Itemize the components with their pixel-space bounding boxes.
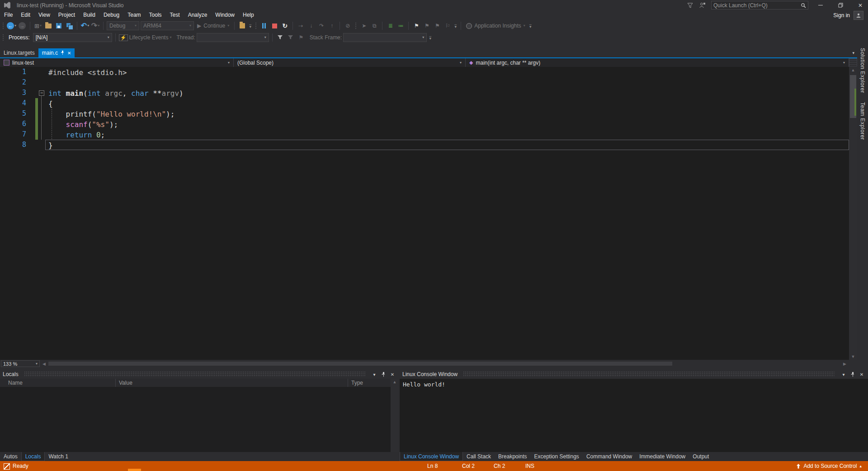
menu-window[interactable]: Window: [211, 10, 239, 20]
panel-tab-output[interactable]: Output: [689, 452, 712, 461]
code-line-6[interactable]: 6 scanf("%s");: [0, 119, 849, 129]
minimize-button[interactable]: [813, 0, 828, 10]
menu-file[interactable]: File: [0, 10, 17, 20]
locals-grid-body[interactable]: [0, 387, 391, 452]
collapse-region-icon[interactable]: −: [39, 90, 44, 96]
sign-in-link[interactable]: Sign in: [833, 12, 850, 19]
scroll-left-icon[interactable]: ◀: [40, 362, 48, 366]
window-position-icon[interactable]: ▾: [840, 371, 847, 378]
side-tab-solution-explorer[interactable]: Solution Explorer: [859, 43, 866, 98]
attach-to-process-button[interactable]: [238, 21, 247, 31]
stack-frame-combo[interactable]: ▾: [343, 33, 427, 42]
pin-icon[interactable]: [61, 51, 65, 55]
panel-tab-autos[interactable]: Autos: [0, 452, 21, 461]
navbar-member-dropdown[interactable]: ◆ main(int argc, char ** argv) ▾: [466, 58, 849, 67]
thread-combo[interactable]: ▾: [197, 33, 269, 42]
restart-button[interactable]: ↻: [280, 21, 289, 31]
menu-debug[interactable]: Debug: [99, 10, 123, 20]
panel-tab-locals[interactable]: Locals: [21, 452, 45, 461]
toolbar-overflow-button[interactable]: –▾: [453, 24, 458, 28]
continue-button[interactable]: ▶ Continue ▾: [195, 21, 231, 31]
column-header-type[interactable]: Type: [351, 379, 363, 387]
step-over-button[interactable]: ↷: [317, 21, 326, 31]
side-tab-team-explorer[interactable]: Team Explorer: [859, 98, 866, 145]
panel-tab-linux-console-window[interactable]: Linux Console Window: [400, 452, 463, 461]
scrollbar-thumb[interactable]: [48, 362, 672, 366]
solution-platform-combo[interactable]: ARM64▾: [141, 21, 194, 30]
step-into-button[interactable]: ↓: [307, 21, 316, 31]
restore-button[interactable]: [833, 0, 848, 10]
clear-bookmarks-button[interactable]: ⚐: [443, 21, 452, 31]
menu-team[interactable]: Team: [123, 10, 145, 20]
panel-tab-command-window[interactable]: Command Window: [583, 452, 636, 461]
menu-analyze[interactable]: Analyze: [184, 10, 212, 20]
column-header-name[interactable]: Name: [8, 379, 23, 387]
feedback-icon[interactable]: [698, 2, 707, 9]
fold-column[interactable]: [38, 119, 45, 129]
console-title-bar[interactable]: Linux Console Window ▾ ✕: [400, 370, 868, 379]
close-button[interactable]: ✕: [853, 0, 868, 10]
close-icon[interactable]: ✕: [858, 371, 865, 378]
quick-launch-input[interactable]: Quick Launch (Ctrl+Q): [711, 1, 808, 9]
toolbar-grip[interactable]: [255, 22, 257, 29]
navigate-back-button[interactable]: ←▾: [7, 21, 16, 31]
panel-tab-immediate-window[interactable]: Immediate Window: [636, 452, 689, 461]
editor-horizontal-scrollbar[interactable]: 133 % ▾ ◀ ▶: [0, 360, 849, 367]
panel-tab-exception-settings[interactable]: Exception Settings: [530, 452, 582, 461]
open-file-button[interactable]: [44, 21, 53, 31]
locals-vertical-scrollbar[interactable]: ▲: [391, 379, 399, 452]
scroll-down-icon[interactable]: ▼: [849, 353, 857, 360]
pin-icon[interactable]: [849, 371, 856, 378]
menu-tools[interactable]: Tools: [145, 10, 166, 20]
toolbar-overflow-button[interactable]: –▾: [248, 24, 252, 28]
next-bookmark-button[interactable]: ⚑: [433, 21, 442, 31]
process-combo[interactable]: [N/A]▾: [33, 33, 112, 42]
code-line-4[interactable]: 4{: [0, 98, 849, 108]
code-line-2[interactable]: 2: [0, 77, 849, 88]
scroll-up-icon[interactable]: ▲: [849, 67, 857, 73]
menu-project[interactable]: Project: [54, 10, 79, 20]
column-header-value[interactable]: Value: [119, 379, 132, 387]
code-editor[interactable]: 1#include <stdio.h>23−int main(int argc,…: [0, 67, 849, 360]
toolbar-grip[interactable]: [2, 34, 4, 41]
new-project-button[interactable]: ⊞▾: [33, 21, 42, 31]
fold-column[interactable]: [38, 129, 45, 140]
column-separator[interactable]: [348, 379, 348, 387]
menu-test[interactable]: Test: [166, 10, 184, 20]
select-pointer-button[interactable]: ➤: [359, 21, 368, 31]
panel-tab-call-stack[interactable]: Call Stack: [463, 452, 495, 461]
window-position-icon[interactable]: ▾: [371, 371, 378, 378]
pause-button[interactable]: [259, 21, 269, 31]
code-line-7[interactable]: 7 return 0;: [0, 129, 849, 140]
console-output[interactable]: Hello world!: [400, 379, 868, 452]
doc-tab-main-c[interactable]: main.c✕: [38, 48, 75, 57]
panel-tab-breakpoints[interactable]: Breakpoints: [495, 452, 530, 461]
flag-threads-icon[interactable]: ⚑: [297, 33, 306, 42]
filter-threads-icon[interactable]: [276, 33, 285, 42]
fold-column[interactable]: −: [38, 88, 45, 98]
lifecycle-events-label[interactable]: Lifecycle Events: [129, 34, 169, 41]
disable-breakpoints-button[interactable]: ⊘: [343, 21, 352, 31]
show-next-statement-button[interactable]: ⇢: [296, 21, 305, 31]
decrease-indent-button[interactable]: ≣: [386, 21, 395, 31]
scroll-right-icon[interactable]: ▶: [840, 362, 849, 366]
step-out-button[interactable]: ↑: [327, 21, 336, 31]
navbar-scope-dropdown[interactable]: (Global Scope) ▾: [234, 58, 466, 67]
increase-indent-button[interactable]: ≔: [396, 21, 405, 31]
navbar-project-dropdown[interactable]: linux-test ▾: [0, 58, 234, 67]
undo-button[interactable]: ↶▾: [80, 21, 90, 31]
doc-tab-linux-targets[interactable]: Linux.targets: [0, 48, 38, 57]
locals-title-bar[interactable]: Locals ▾ ✕: [0, 370, 399, 379]
toolbar-grip[interactable]: [355, 22, 357, 29]
editor-vertical-scrollbar[interactable]: ▲ ▼: [849, 67, 857, 360]
stop-debugging-button[interactable]: [270, 21, 279, 31]
pin-icon[interactable]: [380, 371, 387, 378]
menu-view[interactable]: View: [34, 10, 54, 20]
menu-edit[interactable]: Edit: [17, 10, 34, 20]
save-all-button[interactable]: [65, 21, 74, 31]
toolbar-grip[interactable]: [2, 22, 4, 29]
code-line-3[interactable]: 3−int main(int argc, char **argv): [0, 88, 849, 98]
code-line-1[interactable]: 1#include <stdio.h>: [0, 67, 849, 77]
close-icon[interactable]: ✕: [67, 51, 71, 56]
filter-off-icon[interactable]: [286, 33, 295, 42]
